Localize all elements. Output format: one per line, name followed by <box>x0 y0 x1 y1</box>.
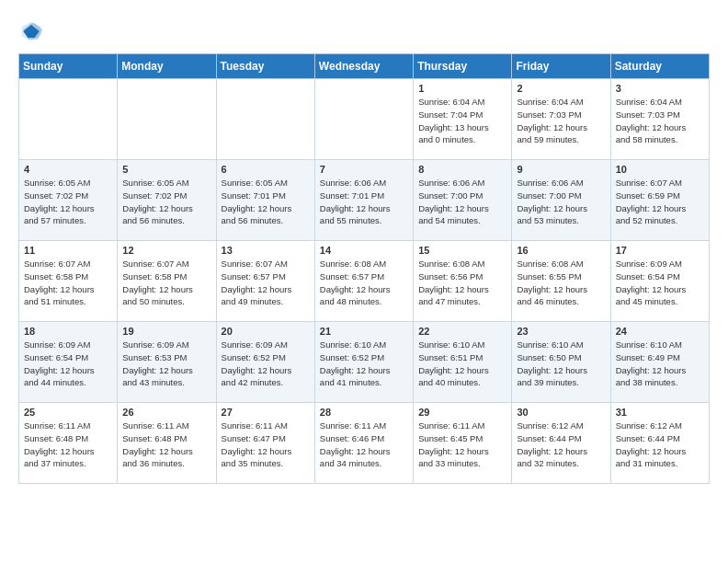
day-number: 13 <box>222 245 311 256</box>
day-number: 2 <box>517 83 606 94</box>
day-info: Sunrise: 6:11 AM Sunset: 6:45 PM Dayligh… <box>418 419 507 470</box>
calendar-cell: 4Sunrise: 6:05 AM Sunset: 7:02 PM Daylig… <box>19 160 118 241</box>
day-number: 9 <box>517 164 606 175</box>
weekday-header-row: SundayMondayTuesdayWednesdayThursdayFrid… <box>19 54 710 79</box>
day-number: 5 <box>122 164 211 175</box>
calendar-cell: 23Sunrise: 6:10 AM Sunset: 6:50 PM Dayli… <box>512 322 610 403</box>
day-info: Sunrise: 6:10 AM Sunset: 6:49 PM Dayligh… <box>616 339 705 389</box>
calendar-cell: 21Sunrise: 6:10 AM Sunset: 6:52 PM Dayli… <box>314 322 413 403</box>
calendar-cell: 14Sunrise: 6:08 AM Sunset: 6:57 PM Dayli… <box>314 241 413 322</box>
calendar-cell: 8Sunrise: 6:06 AM Sunset: 7:00 PM Daylig… <box>414 160 512 241</box>
day-info: Sunrise: 6:05 AM Sunset: 7:02 PM Dayligh… <box>24 177 113 227</box>
day-info: Sunrise: 6:11 AM Sunset: 6:48 PM Dayligh… <box>24 419 113 470</box>
day-info: Sunrise: 6:09 AM Sunset: 6:54 PM Dayligh… <box>616 258 705 308</box>
day-number: 12 <box>122 245 211 256</box>
day-number: 28 <box>320 407 409 418</box>
day-number: 16 <box>517 245 606 256</box>
day-info: Sunrise: 6:12 AM Sunset: 6:44 PM Dayligh… <box>616 419 705 470</box>
day-number: 17 <box>616 245 705 256</box>
day-number: 18 <box>24 326 113 337</box>
day-number: 11 <box>24 245 113 256</box>
day-info: Sunrise: 6:04 AM Sunset: 7:04 PM Dayligh… <box>418 96 507 146</box>
calendar-cell: 10Sunrise: 6:07 AM Sunset: 6:59 PM Dayli… <box>610 160 709 241</box>
day-info: Sunrise: 6:08 AM Sunset: 6:57 PM Dayligh… <box>320 258 409 308</box>
calendar-cell: 7Sunrise: 6:06 AM Sunset: 7:01 PM Daylig… <box>314 160 413 241</box>
weekday-header-saturday: Saturday <box>610 54 709 79</box>
day-info: Sunrise: 6:10 AM Sunset: 6:51 PM Dayligh… <box>418 339 507 389</box>
day-number: 15 <box>418 245 507 256</box>
day-number: 19 <box>122 326 211 337</box>
calendar-cell: 3Sunrise: 6:04 AM Sunset: 7:03 PM Daylig… <box>610 79 709 160</box>
calendar-cell: 6Sunrise: 6:05 AM Sunset: 7:01 PM Daylig… <box>216 160 314 241</box>
day-number: 27 <box>222 407 311 418</box>
week-row-5: 25Sunrise: 6:11 AM Sunset: 6:48 PM Dayli… <box>19 403 710 484</box>
calendar-table: SundayMondayTuesdayWednesdayThursdayFrid… <box>18 53 710 484</box>
day-info: Sunrise: 6:10 AM Sunset: 6:52 PM Dayligh… <box>320 339 409 389</box>
day-info: Sunrise: 6:12 AM Sunset: 6:44 PM Dayligh… <box>517 419 606 470</box>
day-info: Sunrise: 6:11 AM Sunset: 6:48 PM Dayligh… <box>122 419 211 470</box>
calendar-cell: 25Sunrise: 6:11 AM Sunset: 6:48 PM Dayli… <box>19 403 118 484</box>
day-number: 24 <box>616 326 705 337</box>
day-info: Sunrise: 6:04 AM Sunset: 7:03 PM Dayligh… <box>517 96 606 146</box>
week-row-4: 18Sunrise: 6:09 AM Sunset: 6:54 PM Dayli… <box>19 322 710 403</box>
calendar-cell: 31Sunrise: 6:12 AM Sunset: 6:44 PM Dayli… <box>610 403 709 484</box>
day-number: 23 <box>517 326 606 337</box>
day-number: 21 <box>320 326 409 337</box>
calendar-cell: 15Sunrise: 6:08 AM Sunset: 6:56 PM Dayli… <box>414 241 512 322</box>
calendar-cell: 19Sunrise: 6:09 AM Sunset: 6:53 PM Dayli… <box>118 322 216 403</box>
weekday-header-sunday: Sunday <box>19 54 118 79</box>
day-info: Sunrise: 6:06 AM Sunset: 7:00 PM Dayligh… <box>418 177 507 227</box>
day-number: 10 <box>616 164 705 175</box>
day-info: Sunrise: 6:07 AM Sunset: 6:59 PM Dayligh… <box>616 177 705 227</box>
calendar-cell: 20Sunrise: 6:09 AM Sunset: 6:52 PM Dayli… <box>216 322 314 403</box>
calendar-cell: 13Sunrise: 6:07 AM Sunset: 6:57 PM Dayli… <box>216 241 314 322</box>
day-info: Sunrise: 6:09 AM Sunset: 6:54 PM Dayligh… <box>24 339 113 389</box>
day-number: 22 <box>418 326 507 337</box>
day-number: 29 <box>418 407 507 418</box>
logo <box>18 18 48 44</box>
day-number: 6 <box>222 164 311 175</box>
day-number: 25 <box>24 407 113 418</box>
week-row-2: 4Sunrise: 6:05 AM Sunset: 7:02 PM Daylig… <box>19 160 710 241</box>
day-number: 7 <box>320 164 409 175</box>
calendar-cell <box>314 79 413 160</box>
calendar-cell: 17Sunrise: 6:09 AM Sunset: 6:54 PM Dayli… <box>610 241 709 322</box>
calendar-cell <box>19 79 118 160</box>
day-info: Sunrise: 6:06 AM Sunset: 7:00 PM Dayligh… <box>517 177 606 227</box>
logo-icon <box>18 18 44 44</box>
weekday-header-wednesday: Wednesday <box>314 54 413 79</box>
day-number: 3 <box>616 83 705 94</box>
calendar-cell: 9Sunrise: 6:06 AM Sunset: 7:00 PM Daylig… <box>512 160 610 241</box>
weekday-header-tuesday: Tuesday <box>216 54 314 79</box>
calendar-cell: 22Sunrise: 6:10 AM Sunset: 6:51 PM Dayli… <box>414 322 512 403</box>
day-number: 1 <box>418 83 507 94</box>
day-number: 20 <box>222 326 311 337</box>
weekday-header-friday: Friday <box>512 54 610 79</box>
weekday-header-thursday: Thursday <box>414 54 512 79</box>
day-info: Sunrise: 6:07 AM Sunset: 6:58 PM Dayligh… <box>122 258 211 308</box>
day-number: 30 <box>517 407 606 418</box>
calendar-cell: 1Sunrise: 6:04 AM Sunset: 7:04 PM Daylig… <box>414 79 512 160</box>
weekday-header-monday: Monday <box>118 54 216 79</box>
day-info: Sunrise: 6:10 AM Sunset: 6:50 PM Dayligh… <box>517 339 606 389</box>
day-info: Sunrise: 6:09 AM Sunset: 6:52 PM Dayligh… <box>222 339 311 389</box>
calendar-cell: 5Sunrise: 6:05 AM Sunset: 7:02 PM Daylig… <box>118 160 216 241</box>
day-info: Sunrise: 6:08 AM Sunset: 6:55 PM Dayligh… <box>517 258 606 308</box>
day-info: Sunrise: 6:05 AM Sunset: 7:01 PM Dayligh… <box>222 177 311 227</box>
calendar-cell: 30Sunrise: 6:12 AM Sunset: 6:44 PM Dayli… <box>512 403 610 484</box>
day-info: Sunrise: 6:07 AM Sunset: 6:57 PM Dayligh… <box>222 258 311 308</box>
calendar-cell: 24Sunrise: 6:10 AM Sunset: 6:49 PM Dayli… <box>610 322 709 403</box>
day-info: Sunrise: 6:11 AM Sunset: 6:47 PM Dayligh… <box>222 419 311 470</box>
calendar-cell <box>216 79 314 160</box>
day-number: 26 <box>122 407 211 418</box>
calendar-cell: 18Sunrise: 6:09 AM Sunset: 6:54 PM Dayli… <box>19 322 118 403</box>
week-row-1: 1Sunrise: 6:04 AM Sunset: 7:04 PM Daylig… <box>19 79 710 160</box>
week-row-3: 11Sunrise: 6:07 AM Sunset: 6:58 PM Dayli… <box>19 241 710 322</box>
page-header <box>18 18 710 44</box>
day-info: Sunrise: 6:09 AM Sunset: 6:53 PM Dayligh… <box>122 339 211 389</box>
day-number: 4 <box>24 164 113 175</box>
calendar-cell <box>118 79 216 160</box>
day-number: 31 <box>616 407 705 418</box>
day-info: Sunrise: 6:11 AM Sunset: 6:46 PM Dayligh… <box>320 419 409 470</box>
day-info: Sunrise: 6:05 AM Sunset: 7:02 PM Dayligh… <box>122 177 211 227</box>
